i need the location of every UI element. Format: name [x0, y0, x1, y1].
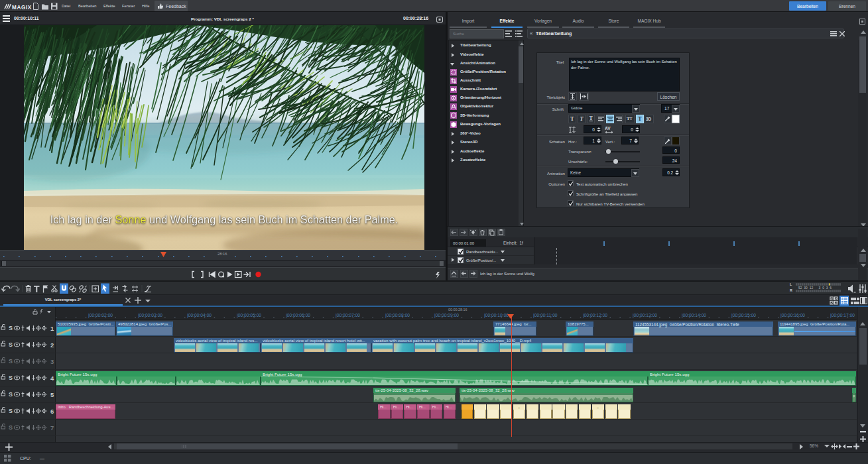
svg-text:1: 1 — [50, 325, 54, 332]
svg-text:|00:00:17:00: |00:00:17:00 — [830, 313, 855, 318]
svg-text:|00:00:03:00: |00:00:03:00 — [138, 313, 162, 318]
svg-text:3: 3 — [50, 358, 54, 365]
svg-text:|00:00:16:00: |00:00:16:00 — [780, 313, 805, 318]
svg-text:|00:00:15:00: |00:00:15:00 — [731, 313, 756, 318]
svg-text:|00:00:08:00: |00:00:08:00 — [385, 313, 410, 318]
svg-text:S: S — [9, 325, 13, 331]
svg-text:|00:00:05:00: |00:00:05:00 — [237, 313, 261, 318]
svg-text:S: S — [9, 408, 13, 414]
svg-text:AV: AV — [605, 126, 611, 131]
svg-text:|00:00:02:00: |00:00:02:00 — [88, 313, 113, 318]
svg-text:4: 4 — [50, 375, 54, 382]
svg-text:|00:00:04:00: |00:00:04:00 — [187, 313, 212, 318]
svg-text:S: S — [9, 358, 13, 365]
svg-text:S: S — [9, 391, 13, 398]
svg-text:|00:00:14:00: |00:00:14:00 — [682, 313, 706, 318]
svg-text:MAGIX: MAGIX — [12, 4, 32, 10]
svg-text:|00:00:07:00: |00:00:07:00 — [336, 313, 360, 318]
svg-text:S: S — [9, 424, 13, 431]
svg-text:|00:00:12:00: |00:00:12:00 — [583, 313, 607, 318]
svg-text:|00:00:11:00: |00:00:11:00 — [533, 313, 558, 318]
svg-text:6: 6 — [50, 408, 54, 415]
svg-text:S: S — [9, 341, 13, 348]
svg-text:S: S — [9, 375, 13, 381]
svg-text:|00:00:06:00: |00:00:06:00 — [286, 313, 310, 318]
svg-text:2: 2 — [50, 341, 54, 349]
svg-text:|00:00:09:00: |00:00:09:00 — [434, 313, 459, 318]
svg-text:5: 5 — [50, 391, 54, 398]
svg-text:|00:00:10:00: |00:00:10:00 — [484, 313, 509, 318]
svg-text:|00:00:13:00: |00:00:13:00 — [633, 313, 657, 318]
svg-text:7: 7 — [50, 424, 54, 432]
